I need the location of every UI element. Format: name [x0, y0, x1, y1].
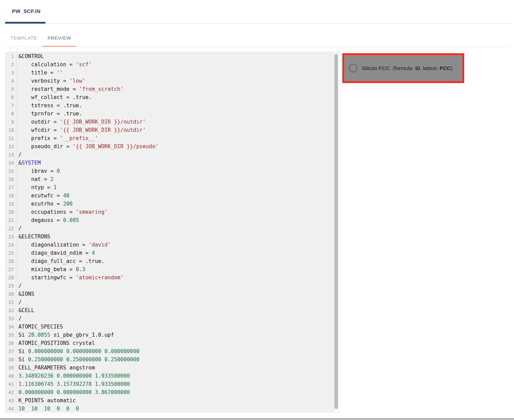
code-text: Si 0.000000000 0.000000000 0.000000000 — [16, 347, 140, 355]
material-label-mid: , lattice: — [420, 65, 440, 71]
code-line: 15 ibrav = 0 — [5, 167, 334, 175]
code-line: 4410 10 10 0 0 0 — [5, 405, 334, 412]
code-line: 1&CONTROL — [5, 52, 334, 60]
line-number: 12 — [5, 142, 16, 151]
code-line: 14&SYSTEM — [5, 159, 334, 167]
code-text: Si 28.0855 si_pbe_gbrv_1.0.upf — [16, 331, 114, 339]
scrollbar-track[interactable] — [334, 52, 339, 412]
code-text: calculation = 'scf' — [16, 60, 92, 69]
file-tab-active-indicator — [5, 22, 45, 24]
code-lines: 1&CONTROL2 calculation = 'scf'3 title = … — [5, 52, 334, 412]
line-number: 40 — [5, 372, 16, 380]
code-line: 420.000000000 0.000000000 3.867000000 — [5, 388, 334, 396]
code-text: K_POINTS automatic — [16, 396, 76, 405]
material-option-silicon-fcc[interactable]: Silicon FCC (formula: Si, lattice: FCC) — [342, 53, 464, 83]
material-lattice: FCC — [440, 65, 451, 71]
line-number: 41 — [5, 380, 16, 388]
code-line: 7 tstress = .true. — [5, 101, 334, 110]
code-text: CELL_PARAMETERS angstrom — [16, 364, 95, 372]
code-text: / — [16, 282, 22, 290]
code-text: title = '' — [16, 69, 63, 77]
code-text: prefix = '__prefix__' — [16, 134, 98, 142]
tab-preview-active-indicator — [43, 46, 76, 47]
code-line: 11 prefix = '__prefix__' — [5, 134, 334, 142]
tab-preview[interactable]: PREVIEW — [43, 30, 76, 46]
code-text: 0.000000000 0.000000000 3.867000000 — [16, 388, 130, 396]
line-number: 13 — [5, 151, 16, 159]
code-line: 30&IONS — [5, 290, 334, 298]
code-line: 32&CELL — [5, 306, 334, 314]
tab-template[interactable]: TEMPLATE — [5, 30, 43, 46]
line-number: 16 — [5, 175, 16, 183]
tabs-bottom-divider — [5, 46, 511, 47]
code-line: 39CELL_PARAMETERS angstrom — [5, 364, 334, 372]
code-line: 20 occupations = 'smearing' — [5, 208, 334, 216]
code-line: 17 ntyp = 1 — [5, 183, 334, 192]
line-number: 18 — [5, 192, 16, 200]
line-number: 3 — [5, 69, 16, 77]
code-text: 3.348920236 0.000000000 1.933500000 — [16, 372, 130, 380]
code-text: &CONTROL — [16, 52, 44, 60]
line-number: 42 — [5, 388, 16, 396]
code-text: pseudo_dir = '{{ JOB_WORK_DIR }}/pseudo' — [16, 142, 159, 151]
code-text: &IONS — [16, 290, 34, 298]
code-text: nat = 2 — [16, 175, 54, 183]
code-line: 12 pseudo_dir = '{{ JOB_WORK_DIR }}/pseu… — [5, 142, 334, 151]
line-number: 2 — [5, 60, 16, 69]
code-text: mixing_beta = 0.3 — [16, 265, 85, 274]
code-text: / — [16, 314, 22, 323]
material-option-label: Silicon FCC (formula: Si, lattice: FCC) — [362, 65, 452, 71]
line-number: 21 — [5, 216, 16, 224]
code-line: 21 degauss = 0.005 — [5, 216, 334, 224]
line-number: 19 — [5, 200, 16, 208]
material-formula: Si — [415, 65, 420, 71]
code-line: 34ATOMIC_SPECIES — [5, 323, 334, 331]
line-number: 4 — [5, 77, 16, 85]
line-number: 43 — [5, 396, 16, 405]
code-text: degauss = 0.005 — [16, 216, 79, 224]
code-line: 37Si 0.000000000 0.000000000 0.000000000 — [5, 347, 334, 355]
code-line: 4 verbosity = 'low' — [5, 77, 334, 85]
line-number: 14 — [5, 159, 16, 167]
code-line: 31/ — [5, 298, 334, 306]
code-line: 403.348920236 0.000000000 1.933500000 — [5, 372, 334, 380]
line-number: 17 — [5, 183, 16, 192]
line-number: 39 — [5, 364, 16, 372]
bottom-divider — [0, 419, 514, 419]
code-line: 5 restart_mode = 'from_scratch' — [5, 85, 334, 93]
line-number: 31 — [5, 298, 16, 306]
code-text: restart_mode = 'from_scratch' — [16, 85, 124, 93]
line-number: 44 — [5, 405, 16, 412]
code-line: 9 outdir = '{{ JOB_WORK_DIR }}/outdir' — [5, 118, 334, 126]
code-line: 22/ — [5, 224, 334, 233]
code-line: 16 nat = 2 — [5, 175, 334, 183]
line-number: 25 — [5, 249, 16, 257]
code-text: occupations = 'smearing' — [16, 208, 108, 216]
line-number: 33 — [5, 314, 16, 323]
line-number: 10 — [5, 126, 16, 134]
code-line: 33/ — [5, 314, 334, 323]
scrollbar-thumb[interactable] — [334, 54, 338, 409]
line-number: 7 — [5, 101, 16, 110]
line-number: 1 — [5, 52, 16, 60]
radio-button-icon[interactable] — [349, 64, 357, 72]
code-text: outdir = '{{ JOB_WORK_DIR }}/outdir' — [16, 118, 146, 126]
line-number: 5 — [5, 85, 16, 93]
code-text: wf_collect = .true. — [16, 93, 92, 101]
line-number: 37 — [5, 347, 16, 355]
line-number: 30 — [5, 290, 16, 298]
code-line: 35Si 28.0855 si_pbe_gbrv_1.0.upf — [5, 331, 334, 339]
code-text: 10 10 10 0 0 0 — [16, 405, 79, 412]
code-text: wfcdir = '{{ JOB_WORK_DIR }}/outdir' — [16, 126, 146, 134]
code-text: tprnfor = .true. — [16, 110, 82, 118]
file-tab-pw-scf-in[interactable]: PW_SCF.IN — [12, 8, 41, 14]
file-tab-underline-track — [5, 23, 511, 24]
code-text: / — [16, 151, 22, 159]
line-number: 29 — [5, 282, 16, 290]
line-number: 11 — [5, 134, 16, 142]
code-preview-editor[interactable]: 1&CONTROL2 calculation = 'scf'3 title = … — [5, 52, 339, 412]
code-line: 25 diago_david_ndim = 4 — [5, 249, 334, 257]
code-text: &ELECTRONS — [16, 233, 50, 241]
code-text: / — [16, 224, 22, 233]
code-text: diago_full_acc = .true. — [16, 257, 104, 265]
